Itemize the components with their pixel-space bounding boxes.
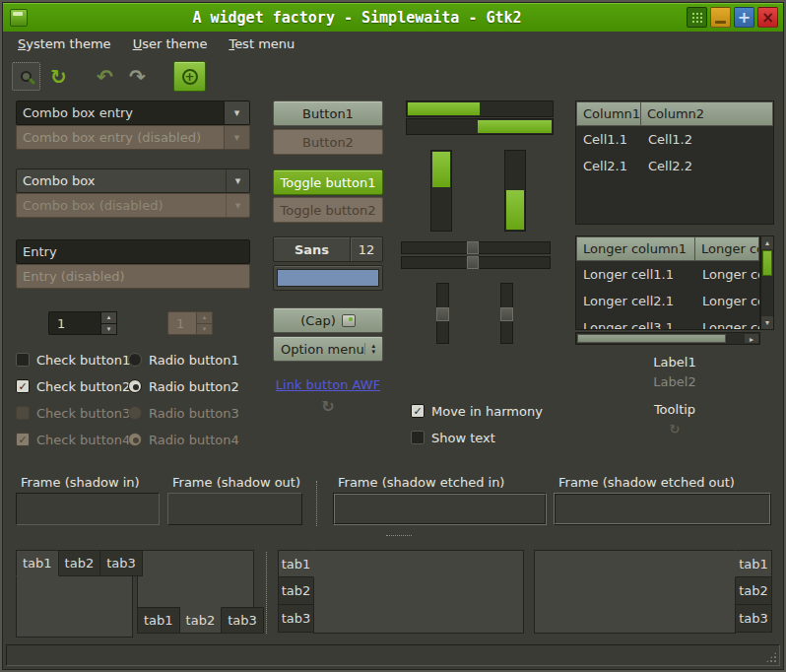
checkbox-label: Check button3 (36, 406, 130, 421)
maximize-button[interactable]: + (734, 7, 754, 28)
progress-bar-btt (504, 150, 526, 232)
tab-tab2[interactable]: tab2 (278, 577, 314, 605)
font-button[interactable]: Sans 12 (273, 236, 383, 262)
tree-view-1[interactable]: Column1 Column2 Cell1.1 Cell1.2 Cell2.1 … (575, 101, 774, 225)
column-header[interactable]: Longer column1 (576, 236, 695, 261)
radio[interactable] (128, 379, 142, 393)
notebook-bottom-tabs: tab1 tab2 tab3 (137, 550, 254, 638)
link-button[interactable]: Link button AWF (273, 377, 383, 392)
tab-tab2[interactable]: tab2 (59, 550, 101, 576)
tab-tab3[interactable]: tab3 (222, 607, 264, 634)
tab-tab2[interactable]: tab2 (180, 607, 223, 634)
scroll-up-icon[interactable]: ▴ (761, 236, 773, 249)
frame-shadow-etched-in: Frame (shadow etched in) (333, 475, 547, 525)
combo-entry-dropdown-button[interactable]: ▾ (225, 101, 250, 125)
table-header-row: Longer column1 Longer co (576, 236, 759, 261)
column-header[interactable]: Column1 (576, 101, 641, 126)
vertical-scrollbar[interactable]: ▴ ▾ (760, 235, 774, 330)
tab-tab2[interactable]: tab2 (735, 577, 772, 605)
text-entry[interactable]: Entry (16, 239, 250, 264)
checkbox[interactable]: ✓ (411, 431, 425, 444)
checkbox[interactable]: ✓ (411, 404, 425, 418)
checkbox[interactable]: ✓ (16, 353, 30, 367)
table-row[interactable]: Longer cell3.1 Longer ce (576, 314, 759, 330)
spin-button-disabled: 1 ▴▾ (167, 311, 213, 335)
column-header[interactable]: Column2 (641, 101, 773, 126)
tab-tab1[interactable]: tab1 (137, 607, 180, 634)
check-button2-row[interactable]: ✓ Check button2 (16, 376, 130, 396)
toggle-button1[interactable]: Toggle button1 (273, 169, 383, 195)
radio-button2-row[interactable]: Radio button2 (128, 376, 239, 396)
resize-grip[interactable] (765, 651, 777, 663)
spin-down-icon[interactable]: ▾ (101, 324, 117, 336)
combo-entry-field[interactable]: Combo box entry (16, 101, 225, 125)
font-family: Sans (274, 242, 350, 257)
spin-button[interactable]: 1 ▴▾ (48, 311, 117, 335)
option-menu-button[interactable]: Option menu ▴▾ (273, 336, 383, 362)
h-scale-2[interactable] (401, 256, 551, 269)
h-scroll-thumb[interactable] (577, 334, 726, 343)
progress-fill (478, 120, 552, 133)
radio[interactable] (128, 353, 142, 367)
menu-user-theme[interactable]: User theme (122, 32, 219, 57)
scroll-trough[interactable] (761, 277, 773, 316)
slider-handle[interactable] (467, 256, 479, 269)
redo-icon: ↷ (129, 65, 146, 89)
redo-button[interactable]: ↷ (123, 62, 152, 91)
slider-handle[interactable] (436, 307, 449, 321)
shade-button[interactable] (687, 7, 707, 28)
refresh-button[interactable]: ↻ (44, 62, 73, 91)
tab-tab1[interactable]: tab1 (735, 550, 772, 577)
titlebar[interactable]: A widget factory - Simplewaita - Gtk2 + … (3, 3, 783, 32)
tab-tab1[interactable]: tab1 (278, 550, 314, 577)
v-scale-2[interactable] (500, 283, 513, 344)
table-row[interactable]: Longer cell1.1 Longer ce (576, 261, 759, 288)
spin-up-icon[interactable]: ▴ (101, 311, 117, 324)
scroll-right-icon[interactable]: ▸ (745, 334, 758, 343)
tab-tab1[interactable]: tab1 (16, 550, 59, 576)
frame-box (554, 493, 771, 525)
slider-handle[interactable] (500, 307, 513, 321)
menu-system-theme[interactable]: System theme (7, 32, 122, 57)
radio-label: Radio button2 (149, 379, 239, 394)
move-in-harmony-row[interactable]: ✓ Move in harmony (411, 401, 543, 421)
check-button1-row[interactable]: ✓ Check button1 (16, 350, 130, 370)
find-button[interactable] (12, 62, 40, 91)
plus-icon: + (182, 69, 198, 85)
v-scale-1[interactable] (436, 283, 449, 344)
button1[interactable]: Button1 (273, 101, 383, 126)
up-down-arrows-icon: ▴▾ (364, 343, 375, 355)
spin-value[interactable]: 1 (48, 311, 101, 335)
table-row[interactable]: Cell2.1 Cell2.2 (576, 153, 773, 179)
close-button[interactable]: × (757, 7, 778, 28)
app-chooser-button[interactable]: (Cap) (273, 307, 383, 333)
tab-strip: tab1 tab2 tab3 (278, 550, 314, 633)
color-button[interactable] (273, 265, 383, 291)
chevron-down-icon: ▾ (226, 169, 249, 192)
scroll-down-icon[interactable]: ▾ (761, 316, 773, 329)
show-text-row[interactable]: ✓ Show text (411, 428, 495, 447)
menu-test-menu[interactable]: Test menu (218, 32, 305, 57)
add-button[interactable]: + (173, 61, 206, 92)
radio (128, 406, 142, 420)
table-row[interactable]: Cell1.1 Cell1.2 (576, 126, 773, 153)
minimize-button[interactable] (710, 7, 731, 28)
combo-box[interactable]: Combo box ▾ (16, 168, 250, 193)
undo-button[interactable]: ↶ (91, 62, 119, 91)
combo-box-entry[interactable]: Combo box entry ▾ (16, 101, 250, 125)
horizontal-scrollbar[interactable]: ▸ (575, 332, 760, 345)
progress-bar-ltr (406, 101, 554, 117)
slider-handle[interactable] (467, 241, 479, 254)
column-header[interactable]: Longer co (695, 236, 759, 261)
tab-tab3[interactable]: tab3 (735, 605, 772, 633)
tree-view-2[interactable]: Longer column1 Longer co Longer cell1.1 … (575, 235, 760, 330)
checkbox[interactable]: ✓ (16, 379, 30, 393)
h-scale-1[interactable] (401, 241, 551, 254)
frame-box (16, 493, 160, 525)
notebook-body (16, 575, 133, 638)
tab-tab3[interactable]: tab3 (278, 605, 314, 633)
table-row[interactable]: Longer cell2.1 Longer ce (576, 288, 759, 314)
v-scroll-thumb[interactable] (762, 250, 772, 276)
tab-tab3[interactable]: tab3 (100, 550, 143, 576)
radio-button1-row[interactable]: Radio button1 (128, 350, 239, 370)
